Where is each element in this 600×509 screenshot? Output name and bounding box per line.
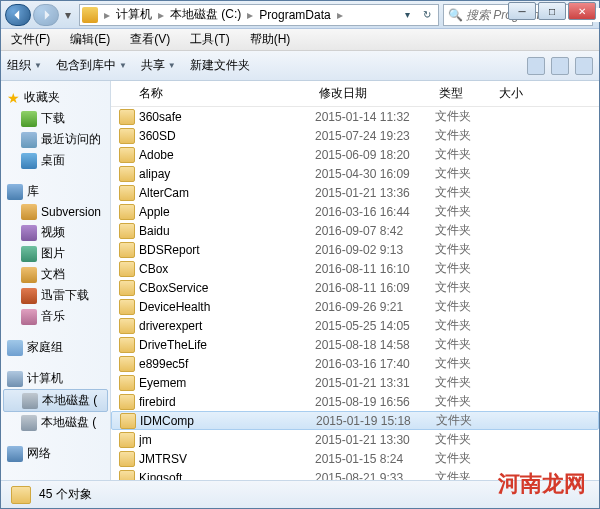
file-date: 2016-09-02 9:13 xyxy=(315,243,435,257)
maximize-button[interactable]: □ xyxy=(538,2,566,20)
sidebar-homegroup-header[interactable]: 家庭组 xyxy=(1,337,110,358)
view-options-icon[interactable] xyxy=(527,57,545,75)
file-row[interactable]: Kingsoft2015-08-21 9:33文件夹 xyxy=(111,468,599,480)
file-name: alipay xyxy=(139,167,315,181)
include-library-button[interactable]: 包含到库中▼ xyxy=(56,57,127,74)
sidebar-videos[interactable]: 视频 xyxy=(1,222,110,243)
column-size[interactable]: 大小 xyxy=(499,85,559,102)
sidebar-pictures[interactable]: 图片 xyxy=(1,243,110,264)
status-bar: 45 个对象 xyxy=(1,480,599,508)
file-row[interactable]: 360SD2015-07-24 19:23文件夹 xyxy=(111,126,599,145)
preview-pane-icon[interactable] xyxy=(551,57,569,75)
file-date: 2015-04-30 16:09 xyxy=(315,167,435,181)
sidebar-computer-header[interactable]: 计算机 xyxy=(1,368,110,389)
document-icon xyxy=(21,267,37,283)
file-row[interactable]: Eyemem2015-01-21 13:31文件夹 xyxy=(111,373,599,392)
file-row[interactable]: DeviceHealth2016-09-26 9:21文件夹 xyxy=(111,297,599,316)
file-list-pane[interactable]: 名称 修改日期 类型 大小 360safe2015-01-14 11:32文件夹… xyxy=(111,81,599,480)
file-row[interactable]: driverexpert2015-05-25 14:05文件夹 xyxy=(111,316,599,335)
file-type: 文件夹 xyxy=(435,165,495,182)
file-type: 文件夹 xyxy=(435,203,495,220)
file-type: 文件夹 xyxy=(435,127,495,144)
chevron-right-icon[interactable]: ▸ xyxy=(156,8,166,22)
folder-icon xyxy=(119,451,135,467)
file-name: Eyemem xyxy=(139,376,315,390)
sidebar-thunder[interactable]: 迅雷下载 xyxy=(1,285,110,306)
address-bar[interactable]: ▸ 计算机 ▸ 本地磁盘 (C:) ▸ ProgramData ▸ ▾ ↻ xyxy=(79,4,439,26)
organize-button[interactable]: 组织▼ xyxy=(7,57,42,74)
file-name: AlterCam xyxy=(139,186,315,200)
breadcrumb-computer[interactable]: 计算机 xyxy=(112,5,156,25)
file-date: 2015-08-18 14:58 xyxy=(315,338,435,352)
sidebar-network-header[interactable]: 网络 xyxy=(1,443,110,464)
menu-tools[interactable]: 工具(T) xyxy=(186,29,233,50)
chevron-down-icon: ▼ xyxy=(168,61,176,70)
refresh-icon[interactable]: ↻ xyxy=(418,6,436,24)
file-type: 文件夹 xyxy=(435,184,495,201)
menu-view[interactable]: 查看(V) xyxy=(126,29,174,50)
file-name: IDMComp xyxy=(140,414,316,428)
download-icon xyxy=(21,111,37,127)
file-row[interactable]: alipay2015-04-30 16:09文件夹 xyxy=(111,164,599,183)
breadcrumb-folder[interactable]: ProgramData xyxy=(255,5,334,25)
folder-icon xyxy=(119,261,135,277)
chevron-right-icon[interactable]: ▸ xyxy=(245,8,255,22)
sidebar-music[interactable]: 音乐 xyxy=(1,306,110,327)
forward-button[interactable] xyxy=(33,4,59,26)
file-row[interactable]: Apple2016-03-16 16:44文件夹 xyxy=(111,202,599,221)
menu-file[interactable]: 文件(F) xyxy=(7,29,54,50)
file-type: 文件夹 xyxy=(435,355,495,372)
file-type: 文件夹 xyxy=(435,222,495,239)
column-date[interactable]: 修改日期 xyxy=(319,85,439,102)
share-button[interactable]: 共享▼ xyxy=(141,57,176,74)
file-date: 2016-08-11 16:10 xyxy=(315,262,435,276)
back-button[interactable] xyxy=(5,4,31,26)
file-row[interactable]: Baidu2016-09-07 8:42文件夹 xyxy=(111,221,599,240)
file-row[interactable]: e899ec5f2016-03-16 17:40文件夹 xyxy=(111,354,599,373)
breadcrumb-drive[interactable]: 本地磁盘 (C:) xyxy=(166,5,245,25)
menu-edit[interactable]: 编辑(E) xyxy=(66,29,114,50)
sidebar-drive-d[interactable]: 本地磁盘 ( xyxy=(1,412,110,433)
file-row[interactable]: DriveTheLife2015-08-18 14:58文件夹 xyxy=(111,335,599,354)
search-icon: 🔍 xyxy=(448,8,462,22)
sidebar-documents[interactable]: 文档 xyxy=(1,264,110,285)
file-row[interactable]: CBoxService2016-08-11 16:09文件夹 xyxy=(111,278,599,297)
column-type[interactable]: 类型 xyxy=(439,85,499,102)
menu-help[interactable]: 帮助(H) xyxy=(246,29,295,50)
file-name: CBox xyxy=(139,262,315,276)
chevron-right-icon[interactable]: ▸ xyxy=(102,8,112,22)
sidebar-recent[interactable]: 最近访问的 xyxy=(1,129,110,150)
file-date: 2015-07-24 19:23 xyxy=(315,129,435,143)
toolbar: 组织▼ 包含到库中▼ 共享▼ 新建文件夹 xyxy=(1,51,599,81)
file-date: 2015-08-21 9:33 xyxy=(315,471,435,481)
chevron-right-icon[interactable]: ▸ xyxy=(335,8,345,22)
column-name[interactable]: 名称 xyxy=(139,85,319,102)
file-row[interactable]: 360safe2015-01-14 11:32文件夹 xyxy=(111,107,599,126)
file-row[interactable]: IDMComp2015-01-19 15:18文件夹 xyxy=(111,411,599,430)
sidebar-subversion[interactable]: Subversion xyxy=(1,202,110,222)
sidebar-desktop[interactable]: 桌面 xyxy=(1,150,110,171)
file-row[interactable]: AlterCam2015-01-21 13:36文件夹 xyxy=(111,183,599,202)
close-button[interactable]: ✕ xyxy=(568,2,596,20)
sidebar-favorites-header[interactable]: ★收藏夹 xyxy=(1,87,110,108)
nav-history-dropdown[interactable]: ▾ xyxy=(61,4,75,26)
chevron-down-icon: ▼ xyxy=(34,61,42,70)
sidebar-downloads[interactable]: 下载 xyxy=(1,108,110,129)
window-controls: ─ □ ✕ xyxy=(508,2,596,20)
file-row[interactable]: JMTRSV2015-01-15 8:24文件夹 xyxy=(111,449,599,468)
sidebar-libraries-header[interactable]: 库 xyxy=(1,181,110,202)
file-row[interactable]: BDSReport2016-09-02 9:13文件夹 xyxy=(111,240,599,259)
file-row[interactable]: Adobe2015-06-09 18:20文件夹 xyxy=(111,145,599,164)
file-row[interactable]: firebird2015-08-19 16:56文件夹 xyxy=(111,392,599,411)
file-date: 2015-01-19 15:18 xyxy=(316,414,436,428)
help-icon[interactable] xyxy=(575,57,593,75)
new-folder-button[interactable]: 新建文件夹 xyxy=(190,57,250,74)
file-row[interactable]: CBox2016-08-11 16:10文件夹 xyxy=(111,259,599,278)
file-row[interactable]: jm2015-01-21 13:30文件夹 xyxy=(111,430,599,449)
folder-icon xyxy=(119,394,135,410)
file-date: 2015-08-19 16:56 xyxy=(315,395,435,409)
sidebar-drive-c[interactable]: 本地磁盘 ( xyxy=(3,389,108,412)
file-name: driverexpert xyxy=(139,319,315,333)
address-dropdown-icon[interactable]: ▾ xyxy=(398,6,416,24)
minimize-button[interactable]: ─ xyxy=(508,2,536,20)
